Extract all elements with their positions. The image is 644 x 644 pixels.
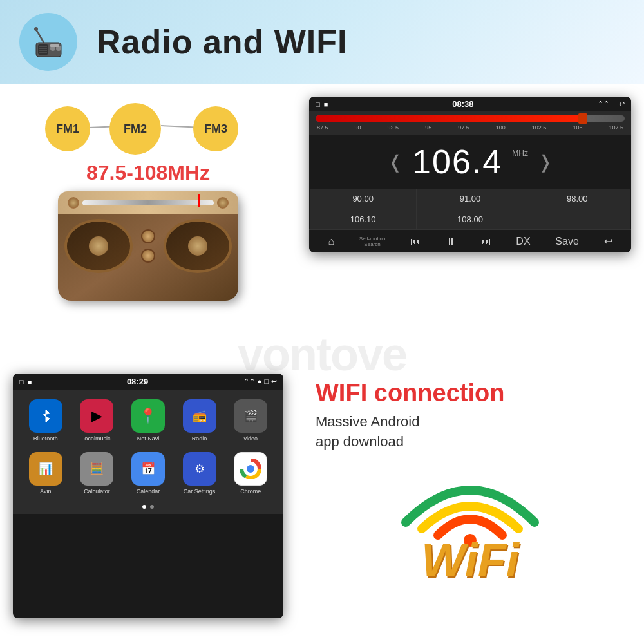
android-status-time: 08:29 bbox=[127, 377, 148, 386]
localmusic-icon: ▶ bbox=[80, 399, 113, 433]
header-section: Radio and WIFI bbox=[0, 0, 644, 84]
app-grid-row1: Bluetooth ▶ localmusic 📍 Net Navi bbox=[13, 390, 283, 447]
radio-knobs bbox=[138, 219, 158, 273]
radio-app-icon: 📻 bbox=[183, 399, 216, 433]
preset-btn-5[interactable]: 108.00 bbox=[417, 209, 523, 229]
radio-speaker-right bbox=[164, 219, 232, 273]
page-title: Radio and WIFI bbox=[97, 23, 348, 61]
knob-1 bbox=[141, 229, 155, 243]
radio-status-bar: □ ■ 08:38 ⌃⌃ □ ↩ bbox=[309, 97, 631, 111]
dot-1 bbox=[142, 505, 146, 509]
speaker-center-left bbox=[89, 236, 108, 256]
netnavi-label: Net Navi bbox=[137, 435, 160, 442]
radio-icon bbox=[31, 24, 66, 60]
radio-top-bar bbox=[58, 191, 238, 214]
status-icons-left: □ ■ bbox=[316, 100, 328, 108]
android-status-left: □ ■ bbox=[19, 378, 32, 386]
video-label: video bbox=[243, 435, 258, 442]
dx-button[interactable]: DX bbox=[516, 236, 530, 247]
calculator-label: Calculator bbox=[84, 488, 110, 495]
svg-point-1 bbox=[34, 27, 38, 31]
wifi-subtitle: Massive Android app download bbox=[316, 412, 419, 452]
speaker-center-right bbox=[188, 236, 207, 256]
android-status-bar: □ ■ 08:29 ⌃⌃ ● □ ↩ bbox=[13, 374, 283, 390]
app-item-bluetooth[interactable]: Bluetooth bbox=[23, 399, 69, 442]
next-button[interactable]: ⏭ bbox=[481, 236, 491, 247]
freq-thumb bbox=[578, 113, 587, 124]
netnavi-icon: 📍 bbox=[131, 399, 165, 433]
app-grid-row2: 📊 Avin 🧮 Calculator 📅 Calendar bbox=[13, 447, 283, 500]
bottom-left: □ ■ 08:29 ⌃⌃ ● □ ↩ bbox=[0, 361, 296, 644]
carsettings-label: Car Settings bbox=[184, 488, 216, 495]
radio-speaker-left bbox=[64, 219, 133, 273]
status-time: 08:38 bbox=[452, 99, 473, 109]
wifi-big-text: WiFi bbox=[421, 534, 518, 587]
fm2-bubble: FM2 bbox=[109, 103, 161, 155]
knob-2 bbox=[141, 249, 155, 263]
right-panel: □ ■ 08:38 ⌃⌃ □ ↩ 87.5 90 bbox=[296, 84, 644, 361]
preset-btn-1[interactable]: 90.00 bbox=[310, 189, 416, 209]
preset-buttons: 90.00 91.00 98.00 106.10 108.00 bbox=[310, 189, 630, 229]
page-dots bbox=[13, 500, 283, 514]
preset-btn-2[interactable]: 91.00 bbox=[417, 189, 523, 209]
bluetooth-icon bbox=[29, 399, 62, 433]
avin-icon: 📊 bbox=[29, 452, 62, 486]
freq-slider-area: 87.5 90 92.5 95 97.5 100 102.5 105 107.5 bbox=[309, 111, 631, 135]
radio-knob-right bbox=[217, 197, 229, 209]
radio-body bbox=[58, 191, 238, 301]
save-button[interactable]: Save bbox=[555, 236, 578, 247]
freq-arrow-right[interactable]: ❭ bbox=[538, 151, 553, 173]
left-panel: FM1 FM2 FM3 87.5-108MHz bbox=[0, 84, 296, 361]
freq-fill bbox=[316, 115, 587, 122]
wifi-illustration: WiFi bbox=[399, 471, 541, 587]
localmusic-label: localmusic bbox=[83, 435, 110, 442]
video-icon: 🎬 bbox=[234, 399, 267, 433]
play-pause-button[interactable]: ⏸ bbox=[446, 236, 456, 247]
app-item-video[interactable]: 🎬 video bbox=[227, 399, 274, 442]
tuner-needle bbox=[198, 194, 200, 207]
radio-knob-left bbox=[68, 197, 79, 209]
freq-track bbox=[316, 115, 625, 122]
fm1-bubble: FM1 bbox=[45, 106, 90, 151]
self-motion-button[interactable]: Self-motion Search bbox=[359, 236, 385, 247]
radio-tuner bbox=[82, 200, 214, 205]
wifi-illustration-container: WiFi bbox=[316, 471, 625, 587]
control-bar: ⌂ Self-motion Search ⏮ ⏸ ⏭ DX Save ↩ bbox=[309, 229, 631, 252]
svg-line-0 bbox=[36, 30, 44, 43]
prev-button[interactable]: ⏮ bbox=[410, 236, 421, 247]
bottom-right: WIFI connection Massive Android app down… bbox=[296, 361, 644, 644]
back-button[interactable]: ↩ bbox=[604, 235, 612, 247]
home-button[interactable]: ⌂ bbox=[328, 236, 334, 247]
radio-middle bbox=[58, 214, 238, 278]
preset-btn-4[interactable]: 106.10 bbox=[310, 209, 416, 229]
bottom-section: □ ■ 08:29 ⌃⌃ ● □ ↩ bbox=[0, 361, 644, 644]
app-item-calendar[interactable]: 📅 Calendar bbox=[125, 452, 171, 495]
freq-labels: 87.5 90 92.5 95 97.5 100 102.5 105 107.5 bbox=[316, 124, 625, 131]
chrome-icon bbox=[234, 452, 267, 486]
app-item-avin[interactable]: 📊 Avin bbox=[23, 452, 69, 495]
preset-btn-3[interactable]: 98.00 bbox=[524, 189, 630, 209]
app-item-localmusic[interactable]: ▶ localmusic bbox=[74, 399, 120, 442]
preset-btn-empty bbox=[524, 209, 630, 229]
android-screen: □ ■ 08:29 ⌃⌃ ● □ ↩ bbox=[13, 374, 283, 618]
status-icons-right: ⌃⌃ □ ↩ bbox=[598, 100, 625, 108]
app-item-radio[interactable]: 📻 Radio bbox=[176, 399, 223, 442]
android-status-right: ⌃⌃ ● □ ↩ bbox=[243, 377, 277, 386]
dot-2 bbox=[150, 505, 154, 509]
app-item-carsettings[interactable]: ⚙ Car Settings bbox=[176, 452, 223, 495]
carsettings-icon: ⚙ bbox=[183, 452, 216, 486]
calendar-icon: 📅 bbox=[131, 452, 165, 486]
app-item-netnavi[interactable]: 📍 Net Navi bbox=[125, 399, 171, 442]
svg-rect-10 bbox=[50, 44, 59, 47]
radio-device-screen: □ ■ 08:38 ⌃⌃ □ ↩ 87.5 90 bbox=[309, 97, 631, 252]
chrome-label: Chrome bbox=[240, 488, 261, 495]
app-item-calculator[interactable]: 🧮 Calculator bbox=[74, 452, 120, 495]
freq-arrow-left[interactable]: ❬ bbox=[388, 151, 402, 173]
main-freq-display: ❬ 106.4 MHz ❭ bbox=[309, 135, 631, 189]
fm3-bubble: FM3 bbox=[193, 106, 238, 151]
svg-rect-3 bbox=[38, 44, 48, 55]
app-item-chrome[interactable]: Chrome bbox=[227, 452, 274, 495]
freq-unit: MHz bbox=[512, 149, 528, 158]
radio-icon-circle bbox=[19, 13, 77, 71]
freq-number: 106.4 bbox=[412, 142, 502, 181]
